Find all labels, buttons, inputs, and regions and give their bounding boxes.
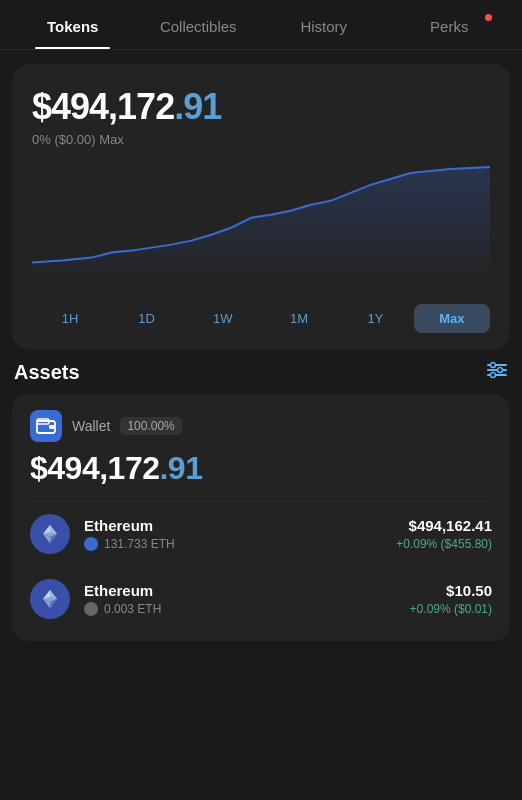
tab-history[interactable]: History bbox=[261, 0, 387, 49]
token-values-1: $494,162.41 +0.09% ($455.80) bbox=[396, 517, 492, 551]
wallet-total: $494,172.91 bbox=[30, 450, 492, 487]
chain-indicator-1 bbox=[84, 537, 98, 551]
svg-point-5 bbox=[491, 373, 496, 378]
wallet-label: Wallet bbox=[72, 418, 110, 434]
assets-header: Assets bbox=[14, 361, 508, 384]
wallet-icon-box bbox=[30, 410, 62, 442]
token-row-ethereum-1[interactable]: Ethereum 131.733 ETH $494,162.41 +0.09% … bbox=[30, 501, 492, 566]
token-change-2: +0.09% ($0.01) bbox=[410, 602, 492, 616]
time-range-row: 1H 1D 1W 1M 1Y Max bbox=[32, 304, 490, 333]
chart-main-value: $494,172.91 bbox=[32, 86, 490, 128]
svg-rect-8 bbox=[49, 425, 54, 429]
token-icon-ethereum-2 bbox=[30, 579, 70, 619]
time-btn-1h[interactable]: 1H bbox=[32, 304, 108, 333]
time-btn-1m[interactable]: 1M bbox=[261, 304, 337, 333]
token-amount-row-2: 0.003 ETH bbox=[84, 602, 410, 616]
token-info-2: Ethereum 0.003 ETH bbox=[84, 582, 410, 616]
chart-sub-value: 0% ($0.00) Max bbox=[32, 132, 490, 147]
token-values-2: $10.50 +0.09% ($0.01) bbox=[410, 582, 492, 616]
time-btn-1w[interactable]: 1W bbox=[185, 304, 261, 333]
token-name-1: Ethereum bbox=[84, 517, 396, 534]
perks-notification-dot bbox=[485, 14, 492, 21]
tab-tokens[interactable]: Tokens bbox=[10, 0, 136, 49]
svg-point-4 bbox=[498, 368, 503, 373]
chart-svg bbox=[32, 163, 490, 282]
tab-bar: Tokens Collectibles History Perks bbox=[0, 0, 522, 50]
tab-perks[interactable]: Perks bbox=[387, 0, 513, 49]
time-btn-max[interactable]: Max bbox=[414, 304, 490, 333]
token-icon-ethereum-1 bbox=[30, 514, 70, 554]
token-usd-2: $10.50 bbox=[410, 582, 492, 599]
wallet-header: Wallet 100.00% bbox=[30, 410, 492, 442]
chart-area bbox=[32, 163, 490, 286]
token-amount-1: 131.733 ETH bbox=[104, 537, 175, 551]
token-info-1: Ethereum 131.733 ETH bbox=[84, 517, 396, 551]
token-amount-2: 0.003 ETH bbox=[104, 602, 161, 616]
token-amount-row-1: 131.733 ETH bbox=[84, 537, 396, 551]
token-row-ethereum-2[interactable]: Ethereum 0.003 ETH $10.50 +0.09% ($0.01) bbox=[30, 566, 492, 631]
tab-collectibles[interactable]: Collectibles bbox=[136, 0, 262, 49]
token-usd-1: $494,162.41 bbox=[396, 517, 492, 534]
token-name-2: Ethereum bbox=[84, 582, 410, 599]
svg-point-3 bbox=[491, 363, 496, 368]
token-change-1: +0.09% ($455.80) bbox=[396, 537, 492, 551]
chain-indicator-2 bbox=[84, 602, 98, 616]
time-btn-1y[interactable]: 1Y bbox=[337, 304, 413, 333]
assets-title: Assets bbox=[14, 361, 80, 384]
wallet-badge: 100.00% bbox=[120, 417, 181, 435]
chart-card: $494,172.91 0% ($0.00) Max 1H 1D 1W 1M 1… bbox=[12, 64, 510, 349]
wallet-card: Wallet 100.00% $494,172.91 Ethereum 131.… bbox=[12, 394, 510, 641]
time-btn-1d[interactable]: 1D bbox=[108, 304, 184, 333]
filter-icon[interactable] bbox=[486, 361, 508, 384]
